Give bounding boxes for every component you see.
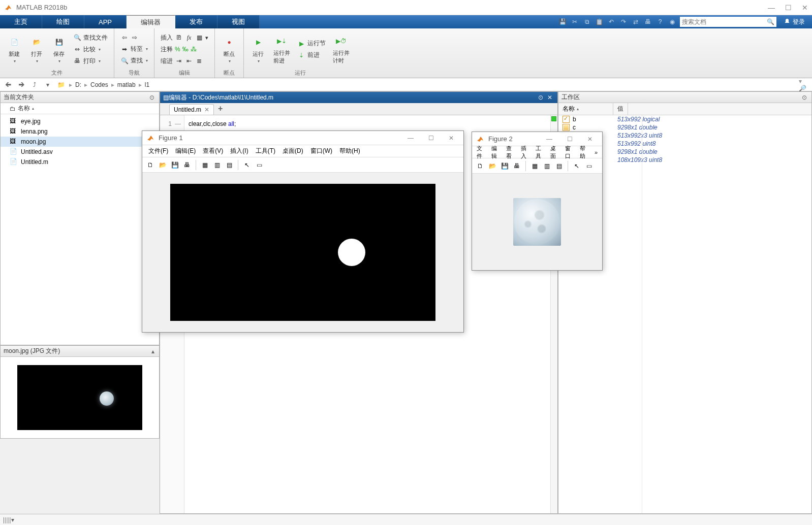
ws-col-name[interactable]: 名称	[558, 103, 613, 115]
print-icon[interactable]: 🖶	[643, 17, 652, 26]
save-icon[interactable]: 💾	[558, 17, 567, 26]
goto-button[interactable]: ➡转至	[118, 44, 150, 54]
run-time-button[interactable]: ▶⏱运行并 计时	[330, 32, 353, 67]
new-button[interactable]: 📄新建	[4, 33, 24, 65]
insert-button[interactable]: 插入 🖹 fx ▦ ▾	[159, 32, 210, 43]
search-input[interactable]	[682, 18, 767, 25]
ribbon-tab-4[interactable]: 发布	[175, 15, 217, 28]
datacursor-icon[interactable]: ▭	[584, 161, 594, 171]
figmenu-item[interactable]: 文件	[475, 144, 489, 161]
redo-icon[interactable]: ↷	[619, 17, 628, 26]
print-fig-icon[interactable]: 🖶	[182, 160, 192, 170]
open-fig-icon[interactable]: 📂	[487, 161, 497, 171]
print-fig-icon[interactable]: 🖶	[512, 161, 522, 171]
ribbon-tab-1[interactable]: 绘图	[42, 15, 84, 28]
figmenu-item[interactable]: 插入(I)	[227, 146, 251, 156]
nav-history[interactable]: ▾	[43, 80, 53, 90]
insert-leg-icon[interactable]: ▤	[554, 161, 564, 171]
tab-close-icon[interactable]: ✕	[204, 106, 209, 113]
figmenu-item[interactable]: 编辑	[490, 144, 504, 161]
runsection-button[interactable]: ▶运行节	[295, 38, 328, 49]
close-button[interactable]: ✕	[802, 4, 808, 12]
figure-1-window[interactable]: Figure 1 — ☐ ✕ 文件(F)编辑(E)查看(V)插入(I)工具(T)…	[142, 130, 464, 333]
ws-menu[interactable]: ⊙	[800, 94, 808, 101]
crumb-1[interactable]: matlab	[117, 81, 136, 88]
fig1-min[interactable]: —	[402, 135, 419, 142]
nav-up[interactable]: ⤴	[29, 80, 40, 90]
edit-plot-icon[interactable]: ▦	[200, 160, 210, 170]
pointer-icon[interactable]: ↖	[572, 161, 582, 171]
ws-row[interactable]: b513x992 logical	[558, 115, 811, 123]
figmenu-item[interactable]: 窗口(W)	[307, 146, 335, 156]
figmenu-item[interactable]: 查看(V)	[200, 146, 226, 156]
copy-icon[interactable]: ⧉	[582, 17, 591, 26]
file-item[interactable]: 📄Untitled.m	[1, 157, 159, 167]
datacursor-icon[interactable]: ▭	[254, 160, 264, 170]
figmenu-item[interactable]: 窗口	[564, 144, 577, 161]
insert-cb-icon[interactable]: ▥	[542, 161, 552, 171]
win-help-icon[interactable]: ◉	[668, 17, 677, 26]
editor-close[interactable]: ✕	[545, 94, 554, 101]
addr-dd[interactable]: ▾ 🔎	[799, 80, 809, 90]
insert-cb-icon[interactable]: ▥	[212, 160, 222, 170]
menu-overflow-icon[interactable]: »	[593, 148, 599, 156]
advance-button[interactable]: ⇣前进	[295, 50, 328, 60]
save-button[interactable]: 💾保存	[49, 33, 69, 65]
figmenu-item[interactable]: 文件(F)	[145, 146, 171, 156]
crumb-0[interactable]: Codes	[90, 81, 108, 88]
editor-tab[interactable]: Untitled.m✕	[169, 104, 214, 115]
ribbon-tab-3[interactable]: 编辑器	[127, 15, 175, 28]
file-item[interactable]: 🖼eye.jpg	[1, 116, 159, 126]
run-advance-button[interactable]: ▶⇣运行并 前进	[270, 32, 293, 67]
search-docs[interactable]: 🔍	[680, 17, 776, 27]
nav-back[interactable]: 🡰	[3, 80, 13, 90]
figmenu-item[interactable]: 工具	[534, 144, 548, 161]
fig2-min[interactable]: —	[541, 136, 557, 143]
insert-leg-icon[interactable]: ▤	[224, 160, 234, 170]
fig1-close[interactable]: ✕	[443, 135, 459, 142]
breakpoint-button[interactable]: ●断点	[219, 33, 239, 65]
figmenu-item[interactable]: 桌面	[549, 144, 563, 161]
figmenu-item[interactable]: 编辑(E)	[172, 146, 199, 156]
open-fig-icon[interactable]: 📂	[158, 160, 168, 170]
open-button[interactable]: 📂打开	[26, 33, 47, 65]
ws-col-value[interactable]: 值	[613, 103, 628, 115]
findfiles-button[interactable]: 🔍查找文件	[71, 32, 110, 43]
minimize-button[interactable]: —	[768, 4, 775, 12]
switch-icon[interactable]: ⇄	[631, 17, 640, 26]
new-fig-icon[interactable]: 🗋	[475, 161, 485, 171]
edit-plot-icon[interactable]: ▦	[529, 161, 540, 171]
fig2-max[interactable]: ☐	[561, 136, 578, 143]
figmenu-item[interactable]: 查看	[505, 144, 518, 161]
login-area[interactable]: 登录	[779, 18, 809, 26]
figmenu-item[interactable]: 工具(T)	[253, 146, 278, 156]
new-fig-icon[interactable]: 🗋	[145, 160, 155, 170]
file-item[interactable]: 🖼moon.jpg	[1, 137, 159, 147]
fig1-max[interactable]: ☐	[423, 135, 439, 142]
cut-icon[interactable]: ✂	[570, 17, 579, 26]
nav-fwd[interactable]: 🡲	[16, 80, 26, 90]
crumb-drive[interactable]: D:	[75, 81, 81, 88]
add-tab-button[interactable]: +	[214, 103, 227, 115]
crumb-2[interactable]: l1	[145, 81, 149, 88]
find-button[interactable]: 🔍查找	[118, 55, 150, 66]
panel-menu[interactable]: ⊙	[148, 94, 156, 101]
ws-row[interactable]: c9298x1 double	[558, 123, 811, 132]
file-item[interactable]: 📄Untitled.asv	[1, 147, 159, 157]
figmenu-item[interactable]: 帮助(H)	[336, 146, 363, 156]
print-button[interactable]: 🖶打印	[71, 56, 110, 67]
comment-button[interactable]: 注释 % ‰ ⁂	[159, 44, 210, 55]
folder-icon[interactable]: 📁	[56, 80, 66, 90]
run-button[interactable]: ▶运行	[248, 33, 268, 65]
nav-back-button[interactable]: ⇦⇨	[118, 32, 150, 43]
figmenu-item[interactable]: 桌面(D)	[279, 146, 306, 156]
help-icon[interactable]: ?	[655, 17, 665, 26]
paste-icon[interactable]: 📋	[595, 17, 604, 26]
ribbon-tab-0[interactable]: 主页	[0, 15, 42, 28]
pointer-icon[interactable]: ↖	[242, 160, 252, 170]
file-item[interactable]: 🖼lenna.png	[1, 126, 159, 137]
editor-max[interactable]: ⊙	[536, 94, 545, 101]
maximize-button[interactable]: ☐	[785, 4, 792, 12]
compare-button[interactable]: ⇔比较	[71, 44, 110, 55]
ribbon-tab-5[interactable]: 视图	[217, 15, 260, 28]
